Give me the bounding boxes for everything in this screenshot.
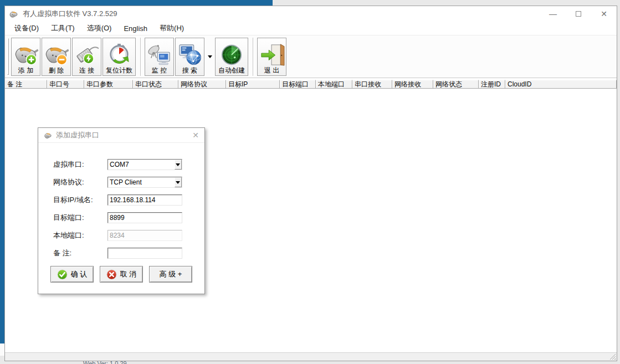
- app-icon: [9, 9, 18, 19]
- field-row-target-port: 目标端口:: [38, 212, 204, 223]
- close-button[interactable]: ✕: [591, 6, 617, 22]
- toolbar-add-button[interactable]: 添 加: [11, 38, 40, 76]
- combo-dropdown-button[interactable]: [175, 160, 182, 170]
- field-row-virtual-com: 虚拟串口:: [38, 159, 204, 170]
- field-row-protocol: 网络协议:: [38, 177, 204, 188]
- virtual-com-label: 虚拟串口:: [53, 160, 107, 170]
- toolbar-exit-button[interactable]: 退 出: [257, 38, 286, 76]
- field-row-local-port: 本地端口:: [38, 230, 204, 241]
- network-search-icon: [177, 43, 203, 66]
- remark-input[interactable]: [107, 248, 182, 259]
- local-port-input: [107, 230, 182, 241]
- dialog-app-icon: [44, 131, 52, 140]
- toolbar: 添 加 删 除 连 接 复位计数 监 控 搜 索 自动创建 退 出: [5, 35, 617, 78]
- minimize-icon: —: [549, 9, 557, 18]
- protocol-label: 网络协议:: [53, 177, 107, 187]
- dropdown-arrow-icon: [176, 163, 180, 166]
- protocol-input[interactable]: [108, 177, 175, 187]
- local-port-label: 本地端口:: [53, 230, 107, 240]
- satellite-monitor-icon: [147, 43, 172, 66]
- menu-options[interactable]: 选项(O): [81, 22, 118, 35]
- exit-door-icon: [259, 43, 285, 66]
- field-row-target-ip: 目标IP/域名:: [38, 194, 204, 206]
- window-titlebar: 有人虚拟串口软件 V3.7.2.529 — ✕: [5, 6, 617, 22]
- confirm-icon: [57, 269, 68, 280]
- dialog-close-icon[interactable]: ✕: [192, 131, 199, 140]
- target-ip-label: 目标IP/域名:: [53, 195, 107, 205]
- virtual-com-combobox: [107, 159, 182, 170]
- column-header-reg-id[interactable]: 注册ID: [479, 80, 505, 89]
- target-port-label: 目标端口:: [53, 213, 107, 223]
- backdrop-blue-left: [0, 0, 4, 344]
- port-table-header: 备 注串口号串口参数串口状态网络协议目标IP目标端口本地端口串口接收网络接收网络…: [5, 80, 617, 89]
- column-header-local-port[interactable]: 本地端口: [316, 80, 352, 89]
- cancel-button[interactable]: 取 消: [100, 266, 143, 283]
- menu-help[interactable]: 帮助(H): [153, 22, 190, 35]
- toolbar-auto-create-button[interactable]: 自动创建: [215, 38, 248, 76]
- maximize-icon: [576, 11, 581, 17]
- column-header-com-params[interactable]: 串口参数: [84, 80, 133, 89]
- backdrop-bottom-left: [0, 344, 4, 356]
- close-icon: ✕: [601, 9, 607, 18]
- add-vcom-dialog: 添加虚拟串口 ✕ 虚拟串口: 网络协议: 目标IP/域名: 目标端口: 本地端口…: [38, 127, 205, 294]
- toolbar-connect-button[interactable]: 连 接: [72, 38, 101, 76]
- resize-grip-icon[interactable]: [609, 353, 616, 360]
- menu-english[interactable]: English: [117, 22, 153, 35]
- toolbar-search-button[interactable]: 搜 索: [175, 38, 204, 76]
- dialog-body: 虚拟串口: 网络协议: 目标IP/域名: 目标端口: 本地端口: 备 注:: [38, 143, 204, 259]
- target-port-input[interactable]: [107, 212, 182, 223]
- advanced-button[interactable]: 高 级 +: [149, 266, 192, 283]
- toolbar-gripper[interactable]: [7, 38, 9, 75]
- serial-remove-icon: [44, 43, 69, 66]
- toolbar-separator: [140, 38, 141, 76]
- column-header-cloud-id[interactable]: CloudID: [505, 80, 617, 89]
- virtual-com-input[interactable]: [108, 160, 175, 170]
- confirm-button[interactable]: 确 认: [50, 266, 94, 283]
- search-dropdown-button[interactable]: [206, 38, 214, 76]
- column-header-protocol[interactable]: 网络协议: [178, 80, 226, 89]
- dialog-buttons: 确 认 取 消 高 级 +: [38, 266, 204, 283]
- connect-lightning-icon: [74, 43, 100, 66]
- column-header-com-status[interactable]: 串口状态: [133, 80, 178, 89]
- cancel-icon: [106, 269, 117, 280]
- dropdown-arrow-icon: [176, 181, 180, 184]
- statusbar: [5, 352, 617, 361]
- menu-tools[interactable]: 工具(T): [45, 22, 81, 35]
- column-header-target-port[interactable]: 目标端口: [280, 80, 316, 89]
- dropdown-arrow-icon: [208, 55, 212, 58]
- menubar: 设备(D)工具(T)选项(O)English帮助(H): [5, 22, 617, 35]
- minimize-button[interactable]: —: [540, 6, 566, 22]
- dialog-title: 添加虚拟串口: [56, 130, 99, 140]
- window-controls: — ✕: [540, 6, 617, 22]
- serial-add-icon: [13, 43, 39, 66]
- field-row-remark: 备 注:: [38, 248, 204, 259]
- toolbar-monitor-button[interactable]: 监 控: [145, 38, 174, 76]
- column-header-net-rx[interactable]: 网络接收: [392, 80, 433, 89]
- column-header-net-status[interactable]: 网络状态: [433, 80, 479, 89]
- menu-device[interactable]: 设备(D): [8, 22, 45, 35]
- column-header-com-port[interactable]: 串口号: [47, 80, 84, 89]
- toolbar-separator: [253, 38, 254, 76]
- column-header-remark[interactable]: 备 注: [5, 80, 47, 89]
- target-ip-input[interactable]: [107, 194, 182, 206]
- combo-dropdown-button[interactable]: [175, 177, 182, 187]
- remark-label: 备 注:: [53, 248, 107, 258]
- column-header-serial-rx[interactable]: 串口接收: [352, 80, 392, 89]
- maximize-button[interactable]: [566, 6, 591, 22]
- window-title: 有人虚拟串口软件 V3.7.2.529: [23, 9, 117, 19]
- toolbar-reset-count-button[interactable]: 复位计数: [103, 38, 136, 76]
- toolbar-delete-button[interactable]: 删 除: [42, 38, 71, 76]
- protocol-combobox: [107, 177, 182, 188]
- radar-icon: [219, 43, 244, 66]
- stopwatch-reset-icon: [106, 43, 132, 66]
- column-header-target-ip[interactable]: 目标IP: [226, 80, 280, 89]
- dialog-titlebar: 添加虚拟串口 ✕: [38, 128, 204, 143]
